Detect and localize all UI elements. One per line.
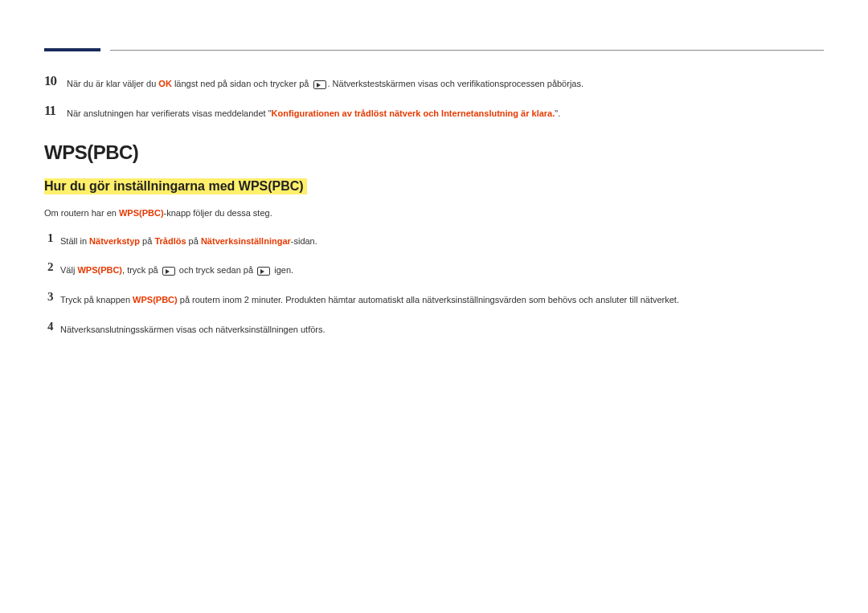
step-text: Tryck på knappen WPS(PBC) på routern ino… [60, 290, 679, 309]
step-list-bottom: 1 Ställ in Nätverkstyp på Trådlös på Nät… [44, 231, 824, 339]
step-number: 4 [44, 320, 60, 333]
step-item: 1 Ställ in Nätverkstyp på Trådlös på Nät… [44, 231, 824, 250]
header-divider-thick [44, 48, 100, 51]
section-title: WPS(PBC) [44, 141, 824, 164]
step-number: 11 [44, 104, 67, 119]
step-text: Nätverksanslutningsskärmen visas och nät… [60, 320, 326, 338]
step-list-top: 10 När du är klar väljer du OK längst ne… [44, 74, 824, 122]
step-text: Ställ in Nätverkstyp på Trådlös på Nätve… [60, 231, 317, 250]
step-text: När anslutningen har verifierats visas m… [67, 104, 560, 122]
step-number: 3 [44, 290, 60, 304]
enter-icon [257, 267, 270, 276]
step-item: 4 Nätverksanslutningsskärmen visas och n… [44, 320, 824, 338]
header-divider [44, 48, 824, 51]
step-item: 10 När du är klar väljer du OK längst ne… [44, 74, 824, 92]
step-number: 10 [44, 74, 67, 89]
step-number: 2 [44, 260, 60, 274]
header-divider-thin [110, 50, 824, 51]
enter-icon [313, 80, 326, 89]
step-text: Välj WPS(PBC), tryck på och tryck sedan … [60, 260, 293, 279]
intro-text: Om routern har en WPS(PBC)-knapp följer … [44, 206, 824, 222]
step-item: 3 Tryck på knappen WPS(PBC) på routern i… [44, 290, 824, 309]
step-number: 1 [44, 231, 60, 245]
step-item: 11 När anslutningen har verifierats visa… [44, 104, 824, 122]
subsection-title: Hur du gör inställningarna med WPS(PBC) [44, 178, 307, 194]
step-text: När du är klar väljer du OK längst ned p… [67, 74, 583, 92]
step-item: 2 Välj WPS(PBC), tryck på och tryck seda… [44, 260, 824, 279]
enter-icon [162, 267, 175, 276]
